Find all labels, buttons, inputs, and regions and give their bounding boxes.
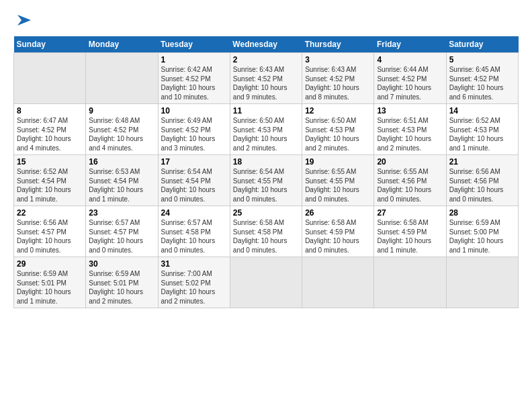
- header: [13, 11, 519, 30]
- day-number: 13: [377, 106, 443, 116]
- day-number: 21: [449, 157, 515, 167]
- day-number: 20: [377, 157, 443, 167]
- day-info: Sunrise: 6:55 AMSunset: 4:56 PMDaylight:…: [377, 167, 443, 203]
- calendar-cell: 25Sunrise: 6:58 AMSunset: 4:58 PMDayligh…: [230, 206, 302, 257]
- calendar-week-4: 29Sunrise: 6:59 AMSunset: 5:01 PMDayligh…: [14, 257, 519, 308]
- calendar-cell: 28Sunrise: 6:59 AMSunset: 5:00 PMDayligh…: [446, 206, 518, 257]
- day-info: Sunrise: 6:59 AMSunset: 5:00 PMDaylight:…: [449, 218, 515, 255]
- day-info: Sunrise: 6:51 AMSunset: 4:53 PMDaylight:…: [377, 116, 443, 152]
- calendar-cell: 18Sunrise: 6:54 AMSunset: 4:55 PMDayligh…: [230, 155, 302, 206]
- calendar-cell: 11Sunrise: 6:50 AMSunset: 4:53 PMDayligh…: [230, 104, 302, 155]
- calendar-cell: 4Sunrise: 6:44 AMSunset: 4:52 PMDaylight…: [374, 53, 446, 104]
- day-number: 26: [305, 208, 371, 218]
- calendar-cell: [86, 53, 158, 104]
- calendar-cell: [302, 257, 374, 308]
- day-number: 23: [89, 208, 154, 218]
- calendar-cell: 10Sunrise: 6:49 AMSunset: 4:52 PMDayligh…: [158, 104, 230, 155]
- day-number: 17: [161, 157, 227, 167]
- day-info: Sunrise: 6:58 AMSunset: 4:59 PMDaylight:…: [377, 218, 443, 255]
- day-info: Sunrise: 6:57 AMSunset: 4:58 PMDaylight:…: [161, 218, 227, 255]
- day-number: 1: [161, 55, 227, 64]
- day-info: Sunrise: 6:59 AMSunset: 5:01 PMDaylight:…: [89, 269, 154, 306]
- day-number: 10: [161, 106, 227, 116]
- logo-icon: [15, 11, 34, 30]
- day-number: 18: [233, 157, 299, 167]
- day-info: Sunrise: 6:57 AMSunset: 4:57 PMDaylight:…: [89, 218, 154, 255]
- day-info: Sunrise: 6:52 AMSunset: 4:53 PMDaylight:…: [449, 116, 515, 152]
- svg-marker-0: [17, 15, 31, 26]
- day-info: Sunrise: 6:56 AMSunset: 4:56 PMDaylight:…: [449, 167, 515, 203]
- header-tuesday: Tuesday: [158, 36, 230, 53]
- calendar-cell: [14, 53, 86, 104]
- calendar-cell: 29Sunrise: 6:59 AMSunset: 5:01 PMDayligh…: [14, 257, 86, 308]
- day-number: 19: [305, 157, 371, 167]
- day-info: Sunrise: 6:59 AMSunset: 5:01 PMDaylight:…: [17, 269, 83, 306]
- calendar-week-2: 15Sunrise: 6:52 AMSunset: 4:54 PMDayligh…: [14, 155, 519, 206]
- day-number: 31: [161, 259, 227, 269]
- header-sunday: Sunday: [14, 36, 86, 53]
- day-info: Sunrise: 6:43 AMSunset: 4:52 PMDaylight:…: [305, 65, 371, 101]
- calendar-cell: 14Sunrise: 6:52 AMSunset: 4:53 PMDayligh…: [446, 104, 518, 155]
- day-number: 30: [89, 259, 154, 269]
- day-number: 27: [377, 208, 443, 218]
- calendar-cell: 31Sunrise: 7:00 AMSunset: 5:02 PMDayligh…: [158, 257, 230, 308]
- calendar-cell: 8Sunrise: 6:47 AMSunset: 4:52 PMDaylight…: [14, 104, 86, 155]
- day-info: Sunrise: 6:50 AMSunset: 4:53 PMDaylight:…: [305, 116, 371, 152]
- day-info: Sunrise: 6:56 AMSunset: 4:57 PMDaylight:…: [17, 218, 83, 255]
- day-number: 3: [305, 55, 371, 64]
- day-number: 11: [233, 106, 299, 116]
- calendar-cell: 16Sunrise: 6:53 AMSunset: 4:54 PMDayligh…: [86, 155, 158, 206]
- calendar-cell: 26Sunrise: 6:58 AMSunset: 4:59 PMDayligh…: [302, 206, 374, 257]
- day-number: 8: [17, 106, 83, 116]
- day-info: Sunrise: 6:58 AMSunset: 4:58 PMDaylight:…: [233, 218, 299, 255]
- day-info: Sunrise: 6:50 AMSunset: 4:53 PMDaylight:…: [233, 116, 299, 152]
- calendar-cell: 17Sunrise: 6:54 AMSunset: 4:54 PMDayligh…: [158, 155, 230, 206]
- day-info: Sunrise: 6:55 AMSunset: 4:55 PMDaylight:…: [305, 167, 371, 203]
- calendar-cell: 2Sunrise: 6:43 AMSunset: 4:52 PMDaylight…: [230, 53, 302, 104]
- calendar-cell: [374, 257, 446, 308]
- day-info: Sunrise: 6:58 AMSunset: 4:59 PMDaylight:…: [305, 218, 371, 255]
- calendar-cell: 5Sunrise: 6:45 AMSunset: 4:52 PMDaylight…: [446, 53, 518, 104]
- day-info: Sunrise: 6:54 AMSunset: 4:54 PMDaylight:…: [161, 167, 227, 203]
- day-info: Sunrise: 6:52 AMSunset: 4:54 PMDaylight:…: [17, 167, 83, 203]
- day-info: Sunrise: 6:48 AMSunset: 4:52 PMDaylight:…: [89, 116, 154, 152]
- day-number: 24: [161, 208, 227, 218]
- calendar-week-0: 1Sunrise: 6:42 AMSunset: 4:52 PMDaylight…: [14, 53, 519, 104]
- day-info: Sunrise: 6:47 AMSunset: 4:52 PMDaylight:…: [17, 116, 83, 152]
- header-wednesday: Wednesday: [230, 36, 302, 53]
- day-number: 15: [17, 157, 83, 167]
- calendar-week-3: 22Sunrise: 6:56 AMSunset: 4:57 PMDayligh…: [14, 206, 519, 257]
- day-number: 4: [377, 55, 443, 64]
- calendar-cell: 27Sunrise: 6:58 AMSunset: 4:59 PMDayligh…: [374, 206, 446, 257]
- day-info: Sunrise: 6:54 AMSunset: 4:55 PMDaylight:…: [233, 167, 299, 203]
- day-number: 9: [89, 106, 154, 116]
- calendar-cell: [446, 257, 518, 308]
- header-row: SundayMondayTuesdayWednesdayThursdayFrid…: [14, 36, 519, 53]
- calendar-cell: 19Sunrise: 6:55 AMSunset: 4:55 PMDayligh…: [302, 155, 374, 206]
- calendar-cell: 21Sunrise: 6:56 AMSunset: 4:56 PMDayligh…: [446, 155, 518, 206]
- day-number: 5: [449, 55, 515, 64]
- calendar-cell: 3Sunrise: 6:43 AMSunset: 4:52 PMDaylight…: [302, 53, 374, 104]
- calendar-week-1: 8Sunrise: 6:47 AMSunset: 4:52 PMDaylight…: [14, 104, 519, 155]
- day-info: Sunrise: 6:53 AMSunset: 4:54 PMDaylight:…: [89, 167, 154, 203]
- day-number: 25: [233, 208, 299, 218]
- logo: [13, 11, 34, 30]
- calendar-cell: 12Sunrise: 6:50 AMSunset: 4:53 PMDayligh…: [302, 104, 374, 155]
- calendar-cell: [230, 257, 302, 308]
- calendar-cell: 24Sunrise: 6:57 AMSunset: 4:58 PMDayligh…: [158, 206, 230, 257]
- day-number: 22: [17, 208, 83, 218]
- header-thursday: Thursday: [302, 36, 374, 53]
- calendar-cell: 9Sunrise: 6:48 AMSunset: 4:52 PMDaylight…: [86, 104, 158, 155]
- header-saturday: Saturday: [446, 36, 518, 53]
- calendar-cell: 15Sunrise: 6:52 AMSunset: 4:54 PMDayligh…: [14, 155, 86, 206]
- header-friday: Friday: [374, 36, 446, 53]
- day-number: 29: [17, 259, 83, 269]
- day-info: Sunrise: 6:43 AMSunset: 4:52 PMDaylight:…: [233, 65, 299, 101]
- calendar-cell: 13Sunrise: 6:51 AMSunset: 4:53 PMDayligh…: [374, 104, 446, 155]
- calendar-cell: 22Sunrise: 6:56 AMSunset: 4:57 PMDayligh…: [14, 206, 86, 257]
- day-number: 2: [233, 55, 299, 64]
- day-info: Sunrise: 6:49 AMSunset: 4:52 PMDaylight:…: [161, 116, 227, 152]
- calendar-cell: 23Sunrise: 6:57 AMSunset: 4:57 PMDayligh…: [86, 206, 158, 257]
- calendar-cell: 30Sunrise: 6:59 AMSunset: 5:01 PMDayligh…: [86, 257, 158, 308]
- calendar-cell: 20Sunrise: 6:55 AMSunset: 4:56 PMDayligh…: [374, 155, 446, 206]
